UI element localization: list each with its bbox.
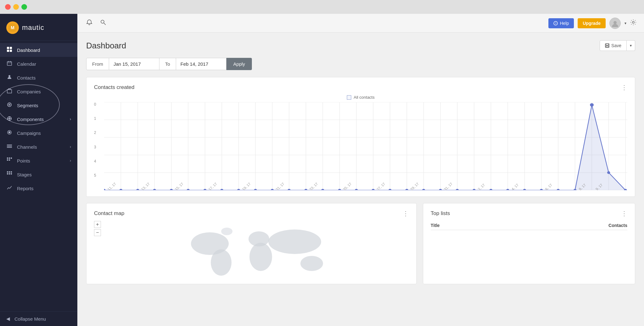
components-icon [6, 116, 13, 122]
map-card-header: Contact map ⋮ [94, 210, 409, 217]
svg-rect-25 [11, 157, 12, 159]
save-button[interactable]: Save [600, 40, 627, 51]
minimize-button[interactable] [13, 4, 19, 10]
map-zoom-in-button[interactable]: + [94, 221, 101, 228]
svg-point-92 [288, 189, 291, 190]
sidebar-item-channels[interactable]: Channels › [0, 140, 77, 154]
sidebar-item-calendar[interactable]: Calendar [0, 57, 77, 71]
app-container: M mautic Dashboard Calendar [0, 14, 644, 326]
collapse-icon: ◀ [6, 316, 10, 322]
points-icon [6, 157, 13, 164]
svg-point-131 [211, 249, 231, 276]
sidebar-item-label: Points [17, 158, 30, 163]
svg-point-13 [8, 103, 11, 107]
logo-text: mautic [22, 24, 44, 32]
svg-rect-28 [7, 171, 8, 173]
svg-rect-20 [7, 145, 12, 145]
column-title: Title [431, 221, 494, 230]
close-button[interactable] [5, 4, 11, 10]
upgrade-label: Upgrade [583, 21, 601, 26]
sidebar-item-label: Channels [17, 144, 37, 150]
upgrade-button[interactable]: Upgrade [578, 18, 606, 28]
settings-button[interactable] [630, 19, 636, 27]
reports-icon [6, 185, 13, 191]
header-left [85, 18, 108, 28]
svg-point-96 [355, 189, 358, 190]
svg-rect-33 [11, 173, 12, 174]
contacts-icon [6, 75, 13, 81]
top-lists-menu-button[interactable]: ⋮ [621, 210, 627, 217]
chevron-right-icon: › [70, 145, 71, 149]
map-zoom-out-button[interactable]: − [94, 229, 101, 236]
svg-text:Jan 11, 17: Jan 11, 17 [104, 182, 117, 190]
save-dropdown-button[interactable]: ▾ [627, 40, 635, 51]
chevron-right-icon: › [70, 117, 71, 121]
chart-wrapper: 5 4 3 2 1 0 [94, 102, 627, 190]
avatar[interactable] [609, 18, 621, 29]
svg-point-110 [590, 103, 594, 107]
svg-rect-27 [9, 159, 10, 161]
svg-text:?: ? [555, 22, 557, 25]
calendar-icon [6, 61, 13, 67]
chevron-right-icon: › [70, 158, 71, 163]
svg-point-136 [221, 228, 232, 235]
svg-rect-3 [10, 47, 12, 49]
sidebar-item-components[interactable]: Components › [0, 112, 77, 126]
svg-point-14 [9, 104, 10, 105]
chart-legend: All contacts [94, 95, 627, 100]
sidebar-item-segments[interactable]: Segments [0, 98, 77, 112]
svg-point-82 [119, 189, 123, 190]
campaigns-icon [6, 130, 13, 136]
svg-point-88 [220, 189, 224, 190]
chart-menu-button[interactable]: ⋮ [621, 84, 627, 91]
sidebar-item-contacts[interactable]: Contacts [0, 71, 77, 85]
dashboard-title-row: Dashboard Save ▾ [86, 40, 635, 51]
chart-svg-container: Jan 11, 17 Jan 13, 17 Jan 15, 17 Jan 17,… [104, 102, 627, 191]
svg-point-108 [557, 189, 560, 190]
collapse-label: Collapse Menu [14, 316, 46, 322]
sidebar-item-stages[interactable]: Stages [0, 168, 77, 181]
from-label: From [86, 58, 109, 70]
to-date-input[interactable] [176, 58, 226, 70]
svg-point-135 [300, 256, 323, 271]
svg-rect-21 [7, 146, 12, 146]
svg-point-38 [613, 21, 617, 24]
sidebar-item-dashboard[interactable]: Dashboard [0, 43, 77, 57]
svg-rect-31 [7, 173, 8, 174]
user-dropdown-button[interactable]: ▾ [625, 21, 626, 25]
channels-icon [6, 144, 13, 150]
bell-button[interactable] [85, 18, 94, 28]
world-map-svg [103, 221, 418, 278]
bottom-panels: Contact map ⋮ + − [86, 203, 635, 284]
help-button[interactable]: ? Help [548, 18, 574, 28]
svg-point-134 [268, 229, 321, 254]
svg-point-19 [9, 132, 10, 133]
dashboard-area: Dashboard Save ▾ From To Apply [77, 33, 644, 326]
svg-point-104 [489, 189, 492, 190]
sidebar-item-points[interactable]: Points › [0, 154, 77, 168]
collapse-menu-button[interactable]: ◀ Collapse Menu [0, 311, 77, 326]
sidebar-item-reports[interactable]: Reports [0, 181, 77, 195]
top-lists-card: Top lists ⋮ Title Contacts [423, 203, 635, 284]
svg-rect-5 [10, 50, 12, 52]
search-button[interactable] [99, 18, 108, 28]
sidebar-item-label: Segments [17, 103, 38, 108]
sidebar-item-campaigns[interactable]: Campaigns [0, 126, 77, 140]
top-lists-title: Top lists [431, 210, 450, 217]
svg-point-39 [632, 21, 634, 23]
top-lists-table: Title Contacts [431, 221, 627, 230]
dashboard-icon [6, 47, 13, 53]
map-menu-button[interactable]: ⋮ [402, 210, 409, 217]
svg-rect-32 [9, 173, 10, 174]
sidebar-item-companies[interactable]: Companies [0, 85, 77, 98]
apply-button[interactable]: Apply [226, 58, 252, 70]
svg-rect-2 [7, 47, 9, 49]
map-controls: + − [94, 221, 101, 236]
svg-rect-41 [606, 44, 608, 45]
sidebar-item-label: Calendar [17, 61, 36, 67]
svg-rect-11 [7, 90, 12, 93]
title-bar [0, 0, 644, 14]
svg-rect-30 [11, 171, 12, 173]
from-date-input[interactable] [109, 58, 159, 70]
maximize-button[interactable] [21, 4, 27, 10]
